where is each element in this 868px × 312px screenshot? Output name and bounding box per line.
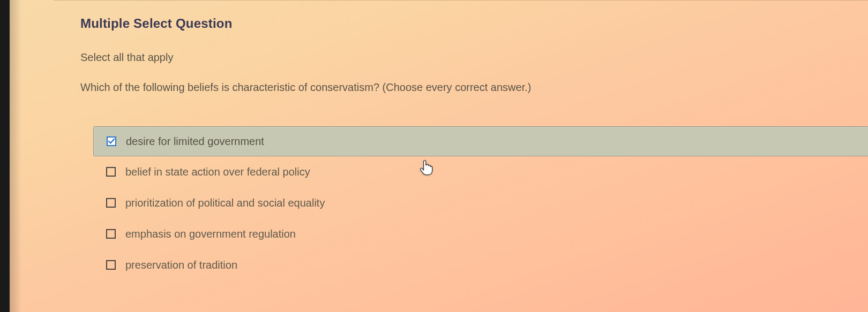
option-row[interactable]: prioritization of political and social e…	[93, 187, 868, 218]
checkbox[interactable]	[106, 260, 116, 270]
option-label: preservation of tradition	[125, 259, 237, 271]
checkbox[interactable]	[106, 229, 116, 239]
question-type-label: Multiple Select Question	[80, 16, 868, 31]
option-label: belief in state action over federal poli…	[125, 166, 310, 178]
question-block: Multiple Select Question Select all that…	[80, 16, 868, 280]
question-prompt: Which of the following beliefs is charac…	[80, 80, 868, 95]
checkbox[interactable]	[106, 167, 116, 177]
option-label: desire for limited government	[126, 135, 264, 148]
question-instruction: Select all that apply	[80, 51, 868, 64]
option-row[interactable]: preservation of tradition	[93, 249, 868, 280]
option-label: prioritization of political and social e…	[125, 197, 325, 209]
option-row[interactable]: belief in state action over federal poli…	[93, 156, 868, 187]
option-row[interactable]: emphasis on government regulation	[93, 218, 868, 249]
checkbox[interactable]	[107, 136, 116, 146]
checkbox[interactable]	[106, 198, 116, 208]
divider-top	[54, 0, 868, 1]
options-list: desire for limited government belief in …	[93, 126, 868, 280]
option-label: emphasis on government regulation	[125, 228, 296, 240]
screen-bezel-left	[0, 0, 10, 312]
check-icon	[108, 138, 115, 145]
option-row[interactable]: desire for limited government	[93, 126, 868, 156]
